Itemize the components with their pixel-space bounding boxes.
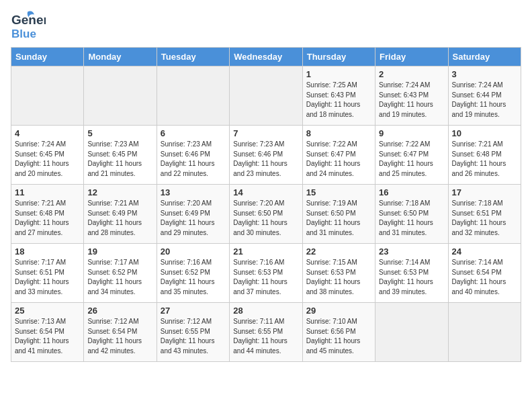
weekday-header-sunday: Sunday bbox=[11, 48, 84, 66]
week-row-4: 18Sunrise: 7:17 AM Sunset: 6:51 PM Dayli… bbox=[11, 244, 521, 303]
calendar-cell bbox=[84, 66, 157, 126]
calendar: SundayMondayTuesdayWednesdayThursdayFrid… bbox=[11, 47, 521, 362]
logo-svg: General Blue bbox=[11, 11, 46, 42]
day-number: 15 bbox=[306, 187, 371, 197]
day-info: Sunrise: 7:21 AM Sunset: 6:48 PM Dayligh… bbox=[452, 140, 517, 179]
day-info: Sunrise: 7:16 AM Sunset: 6:52 PM Dayligh… bbox=[161, 258, 226, 297]
weekday-header-tuesday: Tuesday bbox=[157, 48, 229, 66]
day-info: Sunrise: 7:18 AM Sunset: 6:50 PM Dayligh… bbox=[379, 199, 444, 238]
calendar-cell: 8Sunrise: 7:22 AM Sunset: 6:47 PM Daylig… bbox=[302, 126, 375, 185]
day-info: Sunrise: 7:22 AM Sunset: 6:47 PM Dayligh… bbox=[379, 140, 444, 179]
day-info: Sunrise: 7:17 AM Sunset: 6:51 PM Dayligh… bbox=[15, 258, 80, 297]
day-info: Sunrise: 7:13 AM Sunset: 6:54 PM Dayligh… bbox=[15, 317, 80, 356]
day-info: Sunrise: 7:23 AM Sunset: 6:46 PM Dayligh… bbox=[233, 140, 298, 179]
day-info: Sunrise: 7:20 AM Sunset: 6:50 PM Dayligh… bbox=[233, 199, 298, 238]
day-number: 12 bbox=[87, 187, 152, 197]
day-number: 17 bbox=[452, 187, 517, 197]
day-number: 24 bbox=[452, 246, 517, 257]
day-number: 14 bbox=[233, 187, 298, 197]
calendar-cell: 4Sunrise: 7:24 AM Sunset: 6:45 PM Daylig… bbox=[11, 126, 84, 185]
calendar-cell: 13Sunrise: 7:20 AM Sunset: 6:49 PM Dayli… bbox=[157, 185, 229, 244]
weekday-header-friday: Friday bbox=[375, 48, 448, 66]
day-info: Sunrise: 7:14 AM Sunset: 6:54 PM Dayligh… bbox=[452, 258, 517, 297]
day-info: Sunrise: 7:17 AM Sunset: 6:52 PM Dayligh… bbox=[87, 258, 152, 297]
logo: General Blue bbox=[11, 11, 46, 42]
calendar-cell: 3Sunrise: 7:24 AM Sunset: 6:44 PM Daylig… bbox=[448, 66, 521, 126]
day-number: 8 bbox=[306, 128, 371, 138]
calendar-cell: 15Sunrise: 7:19 AM Sunset: 6:50 PM Dayli… bbox=[302, 185, 375, 244]
calendar-cell: 20Sunrise: 7:16 AM Sunset: 6:52 PM Dayli… bbox=[157, 244, 229, 303]
calendar-cell bbox=[11, 66, 84, 126]
day-info: Sunrise: 7:12 AM Sunset: 6:54 PM Dayligh… bbox=[87, 317, 152, 356]
day-number: 20 bbox=[161, 246, 226, 257]
weekday-header-wednesday: Wednesday bbox=[230, 48, 302, 66]
calendar-cell bbox=[448, 303, 521, 362]
calendar-cell: 10Sunrise: 7:21 AM Sunset: 6:48 PM Dayli… bbox=[448, 126, 521, 185]
day-number: 2 bbox=[379, 69, 444, 79]
day-info: Sunrise: 7:20 AM Sunset: 6:49 PM Dayligh… bbox=[161, 199, 226, 238]
calendar-cell bbox=[375, 303, 448, 362]
week-row-2: 4Sunrise: 7:24 AM Sunset: 6:45 PM Daylig… bbox=[11, 126, 521, 185]
day-info: Sunrise: 7:21 AM Sunset: 6:49 PM Dayligh… bbox=[87, 199, 152, 238]
calendar-cell: 2Sunrise: 7:24 AM Sunset: 6:43 PM Daylig… bbox=[375, 66, 448, 126]
day-number: 22 bbox=[306, 246, 371, 257]
day-number: 3 bbox=[452, 69, 517, 79]
calendar-cell: 23Sunrise: 7:14 AM Sunset: 6:53 PM Dayli… bbox=[375, 244, 448, 303]
calendar-cell: 19Sunrise: 7:17 AM Sunset: 6:52 PM Dayli… bbox=[84, 244, 157, 303]
weekday-header-thursday: Thursday bbox=[302, 48, 375, 66]
day-number: 4 bbox=[15, 128, 80, 138]
day-info: Sunrise: 7:10 AM Sunset: 6:56 PM Dayligh… bbox=[306, 317, 371, 356]
weekday-header-monday: Monday bbox=[84, 48, 157, 66]
day-number: 27 bbox=[161, 306, 226, 316]
day-info: Sunrise: 7:24 AM Sunset: 6:43 PM Dayligh… bbox=[379, 81, 444, 120]
day-number: 18 bbox=[15, 246, 80, 257]
day-number: 16 bbox=[379, 187, 444, 197]
calendar-cell: 22Sunrise: 7:15 AM Sunset: 6:53 PM Dayli… bbox=[302, 244, 375, 303]
day-info: Sunrise: 7:23 AM Sunset: 6:46 PM Dayligh… bbox=[161, 140, 226, 179]
calendar-cell: 1Sunrise: 7:25 AM Sunset: 6:43 PM Daylig… bbox=[302, 66, 375, 126]
calendar-cell: 28Sunrise: 7:11 AM Sunset: 6:55 PM Dayli… bbox=[230, 303, 302, 362]
calendar-cell: 12Sunrise: 7:21 AM Sunset: 6:49 PM Dayli… bbox=[84, 185, 157, 244]
day-info: Sunrise: 7:25 AM Sunset: 6:43 PM Dayligh… bbox=[306, 81, 371, 120]
day-number: 5 bbox=[87, 128, 152, 138]
week-row-3: 11Sunrise: 7:21 AM Sunset: 6:48 PM Dayli… bbox=[11, 185, 521, 244]
day-number: 23 bbox=[379, 246, 444, 257]
day-info: Sunrise: 7:22 AM Sunset: 6:47 PM Dayligh… bbox=[306, 140, 371, 179]
day-number: 21 bbox=[233, 246, 298, 257]
day-info: Sunrise: 7:24 AM Sunset: 6:45 PM Dayligh… bbox=[15, 140, 80, 179]
week-row-1: 1Sunrise: 7:25 AM Sunset: 6:43 PM Daylig… bbox=[11, 66, 521, 126]
day-number: 1 bbox=[306, 69, 371, 79]
calendar-cell: 24Sunrise: 7:14 AM Sunset: 6:54 PM Dayli… bbox=[448, 244, 521, 303]
svg-text:Blue: Blue bbox=[11, 28, 36, 40]
calendar-cell bbox=[157, 66, 229, 126]
day-number: 28 bbox=[233, 306, 298, 316]
day-number: 19 bbox=[87, 246, 152, 257]
calendar-cell: 29Sunrise: 7:10 AM Sunset: 6:56 PM Dayli… bbox=[302, 303, 375, 362]
day-number: 13 bbox=[161, 187, 226, 197]
day-info: Sunrise: 7:14 AM Sunset: 6:53 PM Dayligh… bbox=[379, 258, 444, 297]
calendar-cell: 21Sunrise: 7:16 AM Sunset: 6:53 PM Dayli… bbox=[230, 244, 302, 303]
calendar-cell: 18Sunrise: 7:17 AM Sunset: 6:51 PM Dayli… bbox=[11, 244, 84, 303]
calendar-cell: 17Sunrise: 7:18 AM Sunset: 6:51 PM Dayli… bbox=[448, 185, 521, 244]
calendar-cell: 27Sunrise: 7:12 AM Sunset: 6:55 PM Dayli… bbox=[157, 303, 229, 362]
day-info: Sunrise: 7:23 AM Sunset: 6:45 PM Dayligh… bbox=[87, 140, 152, 179]
calendar-cell: 11Sunrise: 7:21 AM Sunset: 6:48 PM Dayli… bbox=[11, 185, 84, 244]
day-info: Sunrise: 7:19 AM Sunset: 6:50 PM Dayligh… bbox=[306, 199, 371, 238]
day-info: Sunrise: 7:18 AM Sunset: 6:51 PM Dayligh… bbox=[452, 199, 517, 238]
day-info: Sunrise: 7:11 AM Sunset: 6:55 PM Dayligh… bbox=[233, 317, 298, 356]
calendar-cell: 16Sunrise: 7:18 AM Sunset: 6:50 PM Dayli… bbox=[375, 185, 448, 244]
day-info: Sunrise: 7:15 AM Sunset: 6:53 PM Dayligh… bbox=[306, 258, 371, 297]
header: General Blue bbox=[11, 11, 521, 42]
calendar-cell: 5Sunrise: 7:23 AM Sunset: 6:45 PM Daylig… bbox=[84, 126, 157, 185]
weekday-header-saturday: Saturday bbox=[448, 48, 521, 66]
calendar-cell: 14Sunrise: 7:20 AM Sunset: 6:50 PM Dayli… bbox=[230, 185, 302, 244]
calendar-cell: 26Sunrise: 7:12 AM Sunset: 6:54 PM Dayli… bbox=[84, 303, 157, 362]
day-number: 6 bbox=[161, 128, 226, 138]
day-info: Sunrise: 7:16 AM Sunset: 6:53 PM Dayligh… bbox=[233, 258, 298, 297]
calendar-cell: 25Sunrise: 7:13 AM Sunset: 6:54 PM Dayli… bbox=[11, 303, 84, 362]
day-number: 11 bbox=[15, 187, 80, 197]
day-number: 10 bbox=[452, 128, 517, 138]
day-info: Sunrise: 7:24 AM Sunset: 6:44 PM Dayligh… bbox=[452, 81, 517, 120]
day-number: 9 bbox=[379, 128, 444, 138]
weekday-header-row: SundayMondayTuesdayWednesdayThursdayFrid… bbox=[11, 48, 521, 66]
